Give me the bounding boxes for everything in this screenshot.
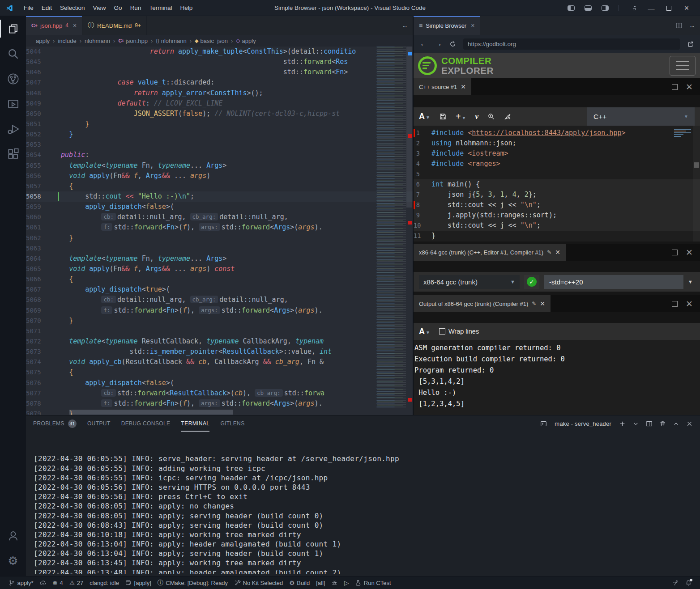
status-cmake-status[interactable]: ⓘCMake: [Debug]: Ready (154, 576, 231, 589)
status-notifications[interactable] (682, 576, 695, 589)
ce-compiler-tab[interactable]: x86-64 gcc (trunk) (C++, Editor #1, Comp… (414, 244, 566, 261)
status-clangd-status[interactable]: clangd: idle (86, 576, 122, 589)
edit-title-icon[interactable]: ✎ (532, 301, 536, 307)
save-icon[interactable] (439, 113, 447, 120)
ce-output-tab[interactable]: Output of x86-64 gcc (trunk) (Compiler #… (414, 295, 551, 312)
tab-readme-md[interactable]: ⓘ README.md 9+ (82, 16, 147, 35)
menu-file[interactable]: File (20, 4, 38, 11)
close-icon[interactable]: ✕ (555, 249, 560, 256)
ce-source-tab[interactable]: C++ source #1 ✕ (414, 78, 471, 95)
vertical-scrollbar[interactable] (406, 47, 413, 409)
code-editor[interactable]: 5044 return apply_make_tuple<ConstThis>(… (26, 47, 413, 415)
status-publish[interactable] (37, 576, 50, 589)
close-tab-icon[interactable]: × (471, 22, 474, 29)
panel-tab-output[interactable]: OUTPUT (87, 415, 111, 432)
menu-selection[interactable]: Selection (56, 4, 89, 11)
status-launch-target[interactable]: ▷ (341, 576, 352, 589)
toggle-sidebar-icon[interactable] (568, 5, 575, 11)
breadcrumb-item[interactable]: {}nlohmann (156, 38, 186, 44)
menu-go[interactable]: Go (110, 4, 126, 11)
breadcrumb-item[interactable]: ◆basic_json (195, 38, 228, 44)
status-remote-indicator[interactable] (669, 576, 682, 589)
compiler-select[interactable]: x86-64 gcc (trunk) ▼ (419, 275, 520, 289)
tab-json-hpp[interactable]: C+ json.hpp 4 × (26, 16, 82, 35)
panel-tab-problems[interactable]: PROBLEMS31 (33, 415, 77, 432)
minimize-button[interactable]: — (646, 4, 657, 12)
pan-icon[interactable] (504, 113, 512, 120)
breadcrumb-item[interactable]: nlohmann (85, 38, 110, 44)
activity-source-control[interactable] (0, 66, 26, 91)
breadcrumb-item[interactable]: ◇apply (236, 38, 256, 44)
breadcrumb-item[interactable]: include (58, 38, 76, 44)
url-input[interactable]: https://godbolt.org (463, 38, 680, 50)
ce-scrollbar[interactable] (693, 126, 700, 242)
customize-layout-icon[interactable] (629, 5, 636, 11)
more-actions-icon[interactable]: ··· (690, 22, 694, 30)
status-build[interactable]: ⚙Build (286, 576, 313, 589)
close-tab-icon[interactable]: × (73, 22, 77, 29)
wrap-lines-checkbox[interactable]: Wrap lines (439, 328, 479, 335)
maximize-pane-icon[interactable] (672, 301, 678, 307)
terminal-instance-label[interactable]: make - serve_header (555, 420, 611, 427)
edit-title-icon[interactable]: ✎ (547, 249, 551, 255)
activity-settings[interactable]: ⚙ (0, 548, 26, 573)
terminal-output[interactable]: [2022-04-30 06:05:55] INFO: serve_header… (34, 435, 696, 574)
breadcrumb-item[interactable]: C+json.hpp (118, 38, 148, 44)
status-kit-select[interactable]: No Kit Selected (231, 576, 286, 589)
toggle-panel-icon[interactable] (585, 5, 592, 11)
close-icon[interactable]: ✕ (540, 300, 545, 307)
tab-simple-browser[interactable]: ≡ Simple Browser × (414, 16, 480, 35)
status-git-branch[interactable]: apply* (5, 576, 37, 589)
ce-source-editor[interactable]: 1#include <https://localhost:8443/apply/… (414, 126, 700, 242)
font-size-icon[interactable]: A▼ (419, 327, 430, 336)
activity-run-window[interactable] (0, 91, 26, 116)
vim-mode-icon[interactable]: v (475, 112, 479, 121)
hamburger-menu-icon[interactable] (670, 56, 696, 76)
horizontal-scrollbar[interactable] (69, 410, 233, 415)
status-cmake-folder[interactable]: [apply] (122, 576, 154, 589)
activity-run-and-debug[interactable] (0, 116, 26, 141)
new-terminal-icon[interactable] (619, 420, 626, 427)
open-external-icon[interactable] (687, 41, 694, 47)
maximize-pane-icon[interactable] (672, 84, 678, 90)
maximize-panel-icon[interactable] (673, 420, 679, 427)
breadcrumb[interactable]: apply›include›nlohmann›C+json.hpp›{}nloh… (26, 35, 413, 47)
language-select[interactable]: C++ ▼ (587, 107, 695, 126)
close-panel-icon[interactable] (686, 420, 693, 427)
minimap[interactable] (375, 47, 406, 409)
kill-terminal-icon[interactable] (659, 420, 666, 427)
panel-tab-terminal[interactable]: TERMINAL (181, 415, 210, 432)
forward-icon[interactable]: → (435, 39, 442, 48)
activity-explorer[interactable] (0, 16, 26, 41)
menu-edit[interactable]: Edit (38, 4, 56, 11)
menu-view[interactable]: View (89, 4, 110, 11)
status-build-target[interactable]: [all] (313, 576, 328, 589)
breadcrumb-item[interactable]: apply (36, 38, 50, 44)
activity-search[interactable] (0, 41, 26, 66)
font-size-icon[interactable]: A▼ (419, 112, 430, 121)
close-pane-icon[interactable]: ✕ (686, 247, 693, 258)
back-icon[interactable]: ← (420, 39, 427, 48)
status-errors[interactable]: ⊗4 (49, 576, 66, 589)
split-terminal-icon[interactable] (646, 420, 653, 427)
menu-help[interactable]: Help (176, 4, 196, 11)
split-editor-icon[interactable] (675, 22, 683, 29)
add-pane-icon[interactable]: +▼ (456, 111, 466, 122)
close-pane-icon[interactable]: ✕ (686, 299, 693, 309)
maximize-button[interactable] (666, 6, 671, 11)
chevron-down-icon[interactable]: ▼ (688, 279, 695, 284)
menu-terminal[interactable]: Terminal (145, 4, 176, 11)
maximize-pane-icon[interactable] (672, 250, 678, 255)
compiler-options-input[interactable]: -std=c++20 (544, 275, 683, 289)
activity-extensions[interactable] (0, 141, 26, 166)
chevron-down-icon[interactable] (632, 420, 639, 427)
toggle-secondary-sidebar-icon[interactable] (602, 5, 609, 11)
status-run-ctest[interactable]: Run CTest (352, 576, 394, 589)
panel-tab-debug-console[interactable]: DEBUG CONSOLE (121, 415, 171, 432)
close-icon[interactable]: ✕ (461, 83, 466, 90)
close-window-button[interactable]: × (681, 4, 692, 13)
menu-run[interactable]: Run (126, 4, 145, 11)
panel-tab-gitlens[interactable]: GITLENS (220, 415, 244, 432)
more-actions-icon[interactable]: ··· (396, 22, 413, 30)
activity-accounts[interactable] (0, 523, 26, 548)
